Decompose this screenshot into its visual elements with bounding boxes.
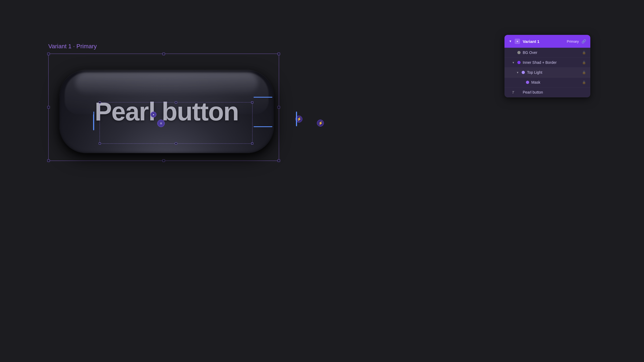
layer-lock-inner-shad[interactable]: 🔒	[582, 61, 586, 64]
design-area: Variant 1 · Primary Pearl button	[48, 54, 290, 174]
bolt-icon-far-right[interactable]: ⚡	[317, 120, 324, 127]
canvas: Variant 1 · Primary Pearl button	[0, 0, 644, 362]
layers-panel: ▼ ✦ Variant 1 Primary 🔗 BG Over 🔒 ▼ Inne…	[504, 35, 590, 97]
layer-bg-over[interactable]: BG Over 🔒	[504, 48, 590, 58]
variant-icon: ✦	[515, 39, 520, 44]
handle-tr[interactable]	[277, 53, 280, 55]
handle-bl[interactable]	[47, 159, 50, 162]
inner-selection-box	[100, 102, 253, 144]
layer-dot-inner-shad	[517, 61, 521, 64]
frame-label: Variant 1 · Primary	[48, 43, 97, 50]
layout-align-icon[interactable]: ≡	[157, 120, 165, 127]
layer-name-pearl-button: Pearl button	[523, 90, 586, 94]
layer-name-inner-shad: Inner Shad + Border	[523, 60, 580, 65]
handle-lm[interactable]	[47, 106, 50, 109]
layer-mask[interactable]: Mask 🔒	[504, 77, 590, 87]
inner-handle-tl[interactable]	[99, 101, 101, 104]
layer-dot-mask	[526, 81, 529, 84]
layers-panel-header[interactable]: ▼ ✦ Variant 1 Primary 🔗	[504, 35, 590, 48]
bar-left	[93, 114, 94, 130]
bar-right	[296, 112, 297, 126]
handle-bm[interactable]	[162, 159, 165, 162]
inner-handle-br[interactable]	[251, 142, 253, 145]
layer-lock-bg-over[interactable]: 🔒	[582, 51, 586, 54]
inner-handle-bm[interactable]	[175, 142, 177, 145]
layer-lock-mask[interactable]: 🔒	[582, 80, 586, 84]
handle-br[interactable]	[277, 159, 280, 162]
layer-type-T: T	[512, 90, 515, 94]
panel-badge: Primary	[567, 39, 579, 43]
layer-name-bg-over: BG Over	[523, 50, 580, 55]
inner-handle-tr[interactable]	[251, 101, 253, 104]
layer-top-light[interactable]: ▼ Top Light 🔒	[504, 68, 590, 77]
layer-name-top-light: Top Light	[527, 70, 580, 75]
handle-tl[interactable]	[47, 53, 50, 55]
layer-pearl-button[interactable]: T Pearl button	[504, 87, 590, 97]
panel-link-icon[interactable]: 🔗	[581, 39, 586, 43]
panel-collapse-chevron[interactable]: ▼	[509, 39, 512, 43]
layout-dot-icon: ●	[151, 112, 156, 117]
layer-lock-top-light[interactable]: 🔒	[582, 71, 586, 74]
layer-inner-shad[interactable]: ▼ Inner Shad + Border 🔒	[504, 58, 590, 68]
outer-selection-box: Pearl button	[48, 54, 279, 161]
inner-handle-bl[interactable]	[99, 142, 101, 145]
layer-chevron-inner-shad[interactable]: ▼	[512, 61, 515, 64]
pearl-button-visual: Pearl button	[59, 70, 274, 153]
layer-dot-top-light	[522, 71, 525, 74]
handle-tm[interactable]	[162, 53, 165, 55]
handle-rm[interactable]	[277, 106, 280, 109]
inner-handle-tm[interactable]	[175, 101, 177, 104]
layer-chevron-top-light[interactable]: ▼	[516, 71, 519, 74]
layer-name-mask: Mask	[531, 80, 580, 84]
layer-dot-bg-over	[517, 51, 521, 54]
panel-title: Variant 1	[523, 39, 564, 44]
